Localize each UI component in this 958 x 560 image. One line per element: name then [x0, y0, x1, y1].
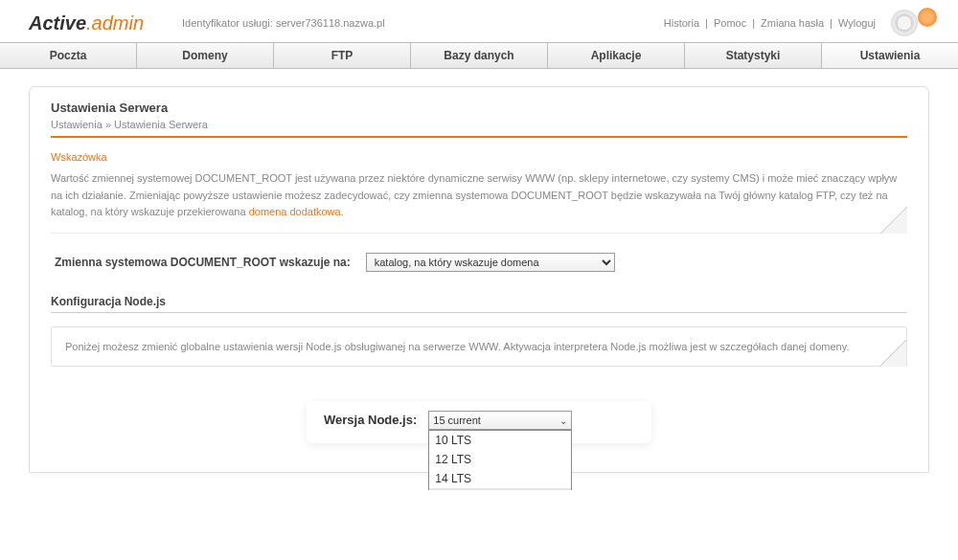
chevron-down-icon: ⌄	[559, 415, 567, 426]
nav-tab-ustawienia[interactable]: Ustawienia	[822, 43, 958, 68]
nav-tab-poczta[interactable]: Poczta	[0, 43, 137, 68]
service-id-link[interactable]: server736118.nazwa.pl	[276, 17, 385, 29]
nav-tab-domeny[interactable]: Domeny	[137, 43, 274, 68]
logo-text-2: .admin	[86, 12, 144, 34]
top-link-zmiana-hasła[interactable]: Zmiana hasła	[761, 17, 824, 29]
tip-text-before: Wartość zmiennej systemowej DOCUMENT_ROO…	[51, 172, 897, 217]
breadcrumb-current: Ustawienia Serwera	[114, 119, 208, 130]
settings-panel: Ustawienia Serwera Ustawienia » Ustawien…	[29, 86, 929, 473]
divider-gray	[51, 312, 907, 313]
node-version-selected: 15 current	[433, 414, 481, 426]
tip-title: Wskazówka	[51, 151, 907, 163]
tip-box: Wskazówka Wartość zmiennej systemowej DO…	[51, 151, 907, 234]
breadcrumb-sep: »	[105, 119, 111, 130]
top-link-historia[interactable]: Historia	[664, 17, 699, 29]
corner-fold-icon	[879, 340, 906, 367]
tip-text: Wartość zmiennej systemowej DOCUMENT_ROO…	[51, 170, 907, 221]
node-version-label: Wersja Node.js:	[324, 411, 417, 427]
nav-tab-ftp[interactable]: FTP	[274, 43, 411, 68]
docroot-label: Zmienna systemowa DOCUMENT_ROOT wskazuje…	[55, 256, 351, 269]
logo-text-1: Active	[29, 12, 86, 34]
node-info-box: Poniżej możesz zmienić globalne ustawien…	[51, 326, 907, 368]
breadcrumb-root[interactable]: Ustawienia	[51, 119, 103, 130]
node-version-option[interactable]: 14 LTS	[429, 469, 571, 488]
node-version-option[interactable]: 10 LTS	[429, 431, 571, 450]
top-links: Historia|Pomoc|Zmiana hasła|Wyloguj	[658, 17, 881, 29]
node-version-dropdown: 10 LTS12 LTS14 LTS15 current	[428, 430, 572, 490]
service-id-label: Identyfikator usługi:	[182, 17, 273, 29]
top-link-wyloguj[interactable]: Wyloguj	[838, 17, 876, 29]
node-version-select[interactable]: 15 current ⌄	[428, 411, 572, 430]
gears-icon	[891, 8, 939, 38]
tip-link[interactable]: domena dodatkowa	[249, 206, 341, 217]
docroot-select[interactable]: katalog, na który wskazuje domena	[366, 253, 615, 272]
node-version-option[interactable]: 12 LTS	[429, 450, 571, 469]
logo: Active.admin	[29, 12, 144, 34]
breadcrumb: Ustawienia » Ustawienia Serwera	[51, 119, 907, 130]
node-section-title: Konfiguracja Node.js	[51, 295, 907, 308]
tip-text-after: .	[341, 206, 344, 217]
nav-tab-bazy-danych[interactable]: Bazy danych	[411, 43, 548, 68]
nav-tab-statystyki[interactable]: Statystyki	[685, 43, 822, 68]
main-nav: PocztaDomenyFTPBazy danychAplikacjeStaty…	[0, 42, 958, 69]
nav-tab-aplikacje[interactable]: Aplikacje	[548, 43, 685, 68]
node-version-block: Wersja Node.js: 15 current ⌄ 10 LTS12 LT…	[307, 401, 651, 443]
node-info-text: Poniżej możesz zmienić globalne ustawien…	[65, 341, 849, 352]
node-version-option[interactable]: 15 current	[429, 488, 571, 490]
node-version-select-wrap: 15 current ⌄ 10 LTS12 LTS14 LTS15 curren…	[428, 411, 572, 430]
panel-title: Ustawienia Serwera	[51, 101, 907, 115]
docroot-row: Zmienna systemowa DOCUMENT_ROOT wskazuje…	[51, 253, 907, 272]
corner-fold-icon	[880, 207, 907, 234]
top-link-pomoc[interactable]: Pomoc	[714, 17, 746, 29]
divider	[51, 136, 907, 138]
service-id: Identyfikator usługi: server736118.nazwa…	[182, 17, 385, 29]
